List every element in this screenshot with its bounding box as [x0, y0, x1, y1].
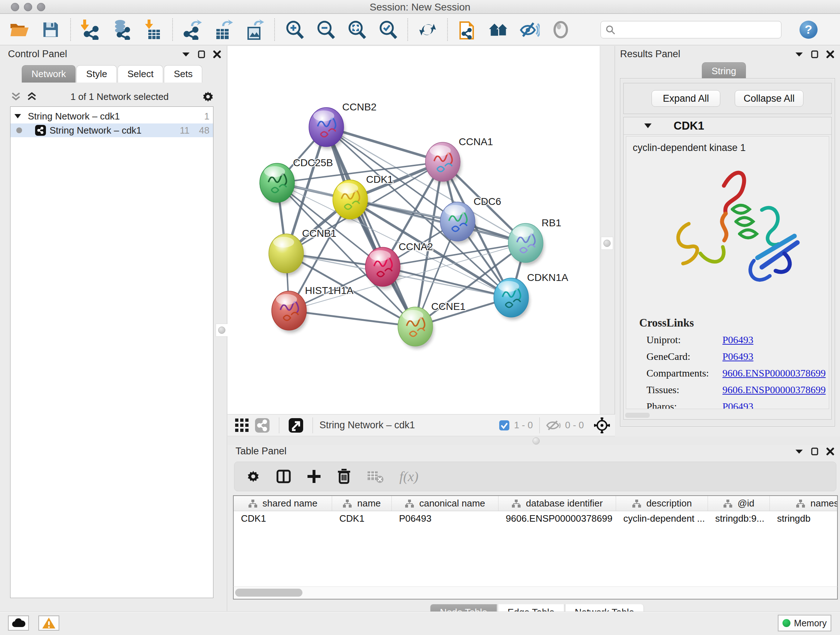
crosslink-compartments-link[interactable]: 9606.ENSP00000378699: [722, 367, 826, 379]
float-panel-icon[interactable]: [198, 50, 205, 58]
hidden-items-eye-icon: [546, 420, 561, 431]
graph-node-CDC6[interactable]: CDC6: [440, 196, 501, 244]
panel-menu-icon[interactable]: [795, 52, 803, 57]
hide-panels-eye-icon[interactable]: [519, 19, 540, 40]
right-splitter-handle[interactable]: [601, 237, 613, 250]
column-header[interactable]: name: [332, 496, 392, 511]
node-entry-header[interactable]: CDK1: [624, 117, 831, 135]
column-header[interactable]: namespace: [770, 496, 838, 511]
memory-button[interactable]: Memory: [778, 615, 831, 631]
horizontal-splitter-handle[interactable]: [532, 437, 540, 445]
collection-expander-icon[interactable]: [14, 114, 21, 119]
graph-node-CDK1[interactable]: CDK1: [333, 174, 393, 222]
crosslink-uniprot-link[interactable]: P06493: [722, 334, 753, 346]
float-panel-icon[interactable]: [811, 448, 818, 455]
expand-all-button[interactable]: Expand All: [652, 90, 720, 107]
table-cell[interactable]: P06493: [392, 511, 499, 526]
panel-menu-icon[interactable]: [795, 449, 803, 454]
open-session-icon[interactable]: [9, 19, 30, 40]
crosslink-tissues-link[interactable]: 9606.ENSP00000378699: [722, 384, 826, 396]
network-view-canvas[interactable]: CCNB2CCNA1CDC25BCDK1CDC6RB1CCNB1CCNA2CDK…: [227, 46, 600, 414]
table-cell[interactable]: stringdb:9...: [708, 511, 770, 526]
table-row[interactable]: CDK1CDK1P064939606.ENSP00000378699cyclin…: [234, 511, 837, 526]
close-panel-icon[interactable]: [826, 50, 834, 58]
import-network-from-database-icon[interactable]: [111, 19, 132, 40]
network-row[interactable]: String Network – cdk1 11 48: [11, 124, 213, 137]
show-panel-eye-icon[interactable]: [551, 19, 571, 40]
network-label: String Network – cdk1: [50, 125, 141, 136]
table-horizontal-scrollbar[interactable]: [233, 586, 838, 600]
graph-node-RB1[interactable]: RB1: [508, 217, 561, 265]
tab-network[interactable]: Network: [22, 65, 76, 82]
collapse-all-networks-icon[interactable]: [11, 92, 22, 102]
save-session-icon[interactable]: [41, 19, 61, 40]
export-image-icon[interactable]: [245, 19, 265, 40]
network-overview-toggle-icon[interactable]: [252, 415, 272, 435]
left-splitter-handle[interactable]: [216, 324, 228, 337]
table-options-gear-icon[interactable]: [246, 469, 261, 484]
column-header[interactable]: @id: [708, 496, 770, 511]
crosslink-genecard-link[interactable]: P06493: [722, 351, 753, 363]
zoom-out-icon[interactable]: [316, 19, 336, 40]
entry-horizontal-scrollbar[interactable]: [625, 413, 650, 418]
help-icon[interactable]: ?: [799, 21, 818, 39]
birds-eye-crosshair-icon[interactable]: [592, 415, 612, 435]
warnings-button[interactable]: [38, 616, 59, 631]
node-table[interactable]: shared namenamecanonical namedatabase id…: [233, 495, 838, 586]
table-cell[interactable]: cyclin-dependent ...: [616, 511, 708, 526]
export-network-icon[interactable]: [182, 19, 202, 40]
cloud-status-button[interactable]: [8, 616, 29, 631]
entry-collapse-icon[interactable]: [644, 123, 652, 128]
close-panel-icon[interactable]: [826, 448, 834, 455]
network-options-gear-icon[interactable]: [202, 90, 215, 103]
homes-icon[interactable]: [488, 19, 508, 40]
graph-node-label: CCNB1: [302, 228, 336, 239]
scrollbar-thumb[interactable]: [235, 589, 302, 597]
apply-layout-icon[interactable]: [417, 19, 438, 40]
graph-node-CCNB1[interactable]: CCNB1: [269, 228, 336, 276]
graph-node-CDKN1A[interactable]: CDKN1A: [494, 272, 568, 320]
show-columns-icon[interactable]: [276, 469, 291, 484]
tab-string[interactable]: String: [702, 62, 746, 80]
zoom-fit-icon[interactable]: [347, 19, 367, 40]
table-cell[interactable]: CDK1: [332, 511, 392, 526]
column-header[interactable]: database identifier: [499, 496, 616, 511]
selected-items-checkbox-icon[interactable]: [499, 420, 510, 431]
search-box[interactable]: [600, 21, 782, 38]
tab-style[interactable]: Style: [76, 65, 117, 82]
panel-menu-icon[interactable]: [182, 52, 190, 57]
tab-sets[interactable]: Sets: [164, 65, 202, 82]
column-header[interactable]: shared name: [234, 496, 332, 511]
column-header[interactable]: description: [616, 496, 708, 511]
table-cell[interactable]: 9606.ENSP00000378699: [499, 511, 616, 526]
collapse-all-button[interactable]: Collapse All: [735, 90, 804, 107]
zoom-in-icon[interactable]: [284, 19, 305, 40]
graph-node-CCNE1[interactable]: CCNE1: [398, 301, 466, 348]
share-document-icon[interactable]: [457, 19, 477, 40]
graph-node-label: CDK1: [366, 174, 393, 185]
delete-table-icon[interactable]: [367, 470, 384, 483]
function-builder-icon[interactable]: f(x): [399, 469, 418, 485]
close-panel-icon[interactable]: [213, 50, 221, 58]
delete-column-trash-icon[interactable]: [337, 469, 351, 484]
crosslink-pharos-link[interactable]: P06493: [722, 401, 753, 409]
open-in-new-window-icon[interactable]: [286, 415, 306, 435]
table-cell[interactable]: CDK1: [234, 511, 332, 526]
import-table-icon[interactable]: [142, 19, 163, 40]
import-network-icon[interactable]: [80, 19, 101, 40]
column-header[interactable]: canonical name: [392, 496, 499, 511]
tab-select[interactable]: Select: [118, 65, 163, 82]
graph-node-HIST1H1A[interactable]: HIST1H1A: [272, 285, 354, 333]
zoom-selected-icon[interactable]: [378, 19, 398, 40]
float-panel-icon[interactable]: [811, 50, 818, 58]
crosslinks-title: CrossLinks: [626, 307, 829, 332]
network-collection-row[interactable]: String Network – cdk1 1: [11, 110, 213, 123]
add-column-icon[interactable]: [307, 469, 321, 484]
export-table-icon[interactable]: [213, 19, 234, 40]
table-cell[interactable]: stringdb: [770, 511, 838, 526]
horizontal-splitter[interactable]: [227, 437, 840, 445]
expand-all-networks-icon[interactable]: [27, 92, 38, 102]
grid-view-icon[interactable]: [232, 415, 252, 435]
string-network-graph[interactable]: CCNB2CCNA1CDC25BCDK1CDC6RB1CCNB1CCNA2CDK…: [227, 46, 600, 414]
search-input[interactable]: [615, 24, 775, 35]
